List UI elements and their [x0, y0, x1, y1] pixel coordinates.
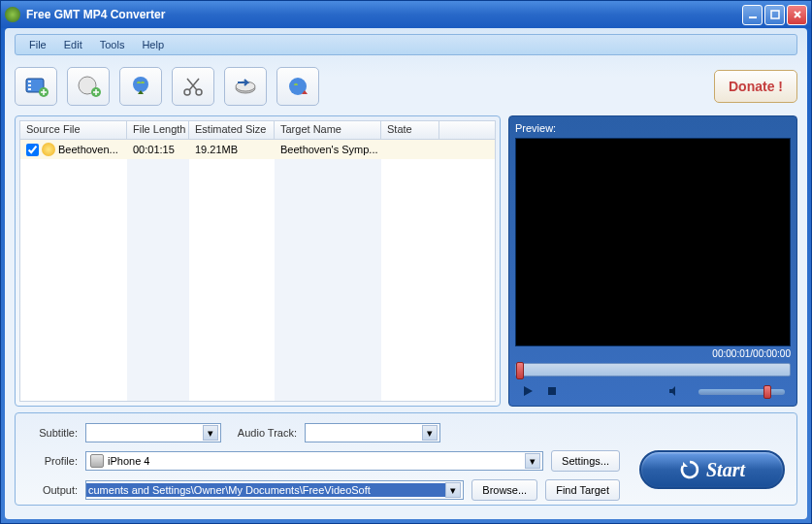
minimize-button[interactable]	[742, 5, 763, 25]
preview-controls	[515, 384, 791, 400]
cut-button[interactable]	[172, 67, 214, 106]
file-icon	[42, 143, 55, 156]
profile-label: Profile:	[27, 455, 78, 467]
svg-rect-15	[548, 387, 556, 395]
table-row[interactable]: Beethoven... 00:01:15 19.21MB Beethoven'…	[20, 140, 495, 159]
cell-state	[381, 147, 439, 151]
th-state[interactable]: State	[381, 121, 439, 139]
svg-rect-5	[28, 88, 31, 90]
play-button[interactable]	[521, 384, 535, 400]
app-window: Free GMT MP4 Converter File Edit Tools H…	[0, 0, 812, 524]
close-button[interactable]	[787, 5, 807, 25]
add-url-button[interactable]	[67, 67, 110, 106]
profile-value: iPhone 4	[108, 455, 149, 467]
subtitle-row: Subtitle: ▾ Audio Track: ▾	[27, 423, 620, 442]
svg-rect-1	[771, 11, 779, 18]
main-row: Source File File Length Estimated Size T…	[15, 115, 797, 407]
start-button[interactable]: Start	[639, 450, 785, 489]
start-label: Start	[706, 459, 745, 481]
volume-icon[interactable]	[667, 384, 681, 400]
subtitle-label: Subtitle:	[27, 427, 78, 439]
browse-button[interactable]: Browse...	[471, 479, 537, 501]
chevron-down-icon: ▾	[445, 482, 461, 498]
audio-combo[interactable]: ▾	[305, 423, 440, 442]
cell-size: 19.21MB	[189, 142, 275, 157]
preview-panel: Preview: 00:00:01/00:00:00	[508, 115, 797, 407]
download-button[interactable]	[119, 67, 162, 106]
th-source[interactable]: Source File	[20, 121, 127, 139]
chevron-down-icon: ▾	[203, 425, 218, 441]
source-text: Beethoven...	[58, 144, 118, 155]
menu-file[interactable]: File	[21, 37, 54, 52]
svg-rect-4	[28, 84, 31, 86]
form-column: Subtitle: ▾ Audio Track: ▾ Profile:	[27, 423, 620, 495]
toolbar: Donate !	[15, 63, 797, 110]
output-label: Output:	[27, 484, 78, 496]
cell-source: Beethoven...	[20, 141, 127, 158]
cell-target: Beethoven's Symp...	[275, 142, 381, 157]
chevron-down-icon: ▾	[525, 453, 540, 469]
menu-help[interactable]: Help	[134, 37, 172, 52]
svg-rect-3	[28, 81, 31, 82]
window-title: Free GMT MP4 Converter	[26, 8, 742, 21]
seek-slider[interactable]	[515, 363, 791, 377]
content-area: File Edit Tools Help Donate ! Source Fil…	[5, 28, 807, 519]
volume-slider[interactable]	[698, 389, 785, 395]
audio-label: Audio Track:	[229, 427, 297, 439]
start-column: Start	[639, 423, 785, 495]
preview-video[interactable]	[515, 138, 791, 346]
find-target-button[interactable]: Find Target	[545, 479, 620, 501]
preview-time: 00:00:01/00:00:00	[515, 348, 791, 359]
convert-button[interactable]	[224, 67, 267, 106]
refresh-icon	[679, 459, 700, 480]
output-row: Output: cuments and Settings\Owner\My Do…	[27, 479, 620, 501]
svg-rect-0	[749, 16, 757, 18]
profile-combo[interactable]: iPhone 4 ▾	[85, 451, 543, 471]
maximize-button[interactable]	[764, 5, 785, 25]
subtitle-combo[interactable]: ▾	[85, 423, 221, 442]
add-video-button[interactable]	[15, 67, 57, 106]
th-length[interactable]: File Length	[127, 121, 189, 139]
settings-button[interactable]: Settings...	[551, 450, 620, 472]
table-body[interactable]: Beethoven... 00:01:15 19.21MB Beethoven'…	[19, 140, 496, 402]
titlebar: Free GMT MP4 Converter	[1, 1, 811, 28]
output-combo[interactable]: cuments and Settings\Owner\My Documents\…	[85, 480, 464, 500]
seek-thumb[interactable]	[516, 362, 524, 379]
bottom-panel: Subtitle: ▾ Audio Track: ▾ Profile:	[15, 412, 797, 506]
menu-tools[interactable]: Tools	[92, 37, 133, 52]
window-controls	[742, 5, 807, 25]
profile-row: Profile: iPhone 4 ▾ Settings...	[27, 450, 620, 472]
table-header: Source File File Length Estimated Size T…	[19, 120, 496, 140]
chevron-down-icon: ▾	[422, 425, 438, 441]
device-icon	[90, 454, 104, 468]
app-icon	[5, 7, 20, 22]
cell-length: 00:01:15	[127, 142, 189, 157]
volume-thumb[interactable]	[763, 385, 771, 399]
file-list-panel: Source File File Length Estimated Size T…	[15, 115, 501, 407]
th-target[interactable]: Target Name	[275, 121, 381, 139]
preview-label: Preview:	[515, 122, 791, 134]
svg-point-9	[133, 77, 148, 92]
upload-button[interactable]	[276, 67, 319, 106]
menu-edit[interactable]: Edit	[56, 37, 90, 52]
stop-button[interactable]	[546, 385, 558, 399]
th-size[interactable]: Estimated Size	[189, 121, 275, 139]
output-value: cuments and Settings\Owner\My Documents\…	[86, 483, 445, 497]
row-checkbox[interactable]	[26, 144, 39, 156]
menubar: File Edit Tools Help	[15, 34, 797, 55]
donate-button[interactable]: Donate !	[714, 70, 797, 103]
